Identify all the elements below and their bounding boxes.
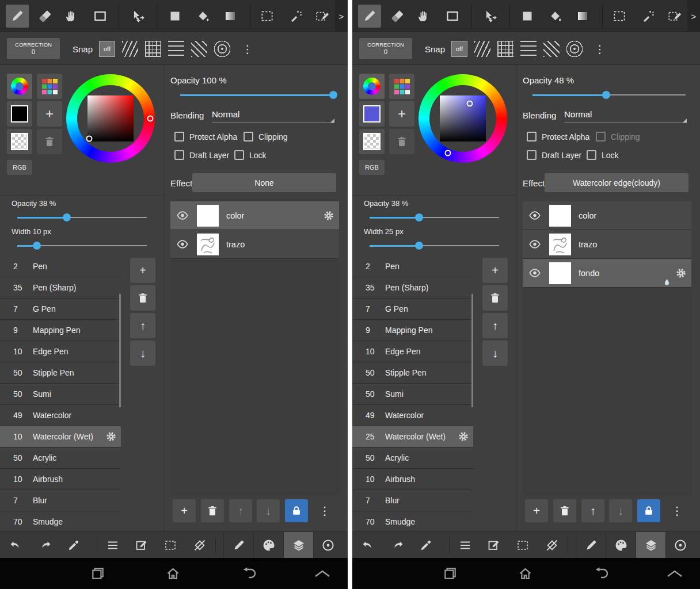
add-color-button[interactable]: + [389,101,414,127]
saturation-value-square[interactable] [88,95,134,141]
move-tool-button[interactable] [127,5,150,28]
fill-rect-tool-button[interactable] [516,5,539,28]
brush-row[interactable]: 35 Pen (Sharp) [0,277,121,299]
brush-width-slider[interactable] [17,242,147,250]
draft-layer-checkbox[interactable]: Draft Layer [174,150,229,160]
palette-mode-button[interactable] [389,74,414,99]
hue-indicator-dot[interactable] [444,150,451,156]
rectangle-tool-button[interactable] [89,5,112,28]
rgb-button[interactable]: RGB [7,160,32,175]
current-color-swatch[interactable] [359,101,385,127]
layer-row[interactable]: fondo [523,259,691,288]
hide-keyboard-button[interactable] [313,564,332,583]
layers-panel-tab[interactable] [636,532,665,559]
move-layer-down-button[interactable]: ↓ [257,499,280,522]
options-circle-button[interactable] [320,537,336,553]
brush-row[interactable]: 49 Watercolor [352,405,473,426]
lock-layer-button[interactable] [285,499,308,522]
brush-row[interactable]: 7 Blur [0,490,121,511]
color-wheel-mode-button[interactable] [7,74,32,99]
select-pen-tool-button[interactable] [663,5,686,28]
effect-button[interactable]: Watercolor edge(cloudy) [545,173,688,192]
snap-diagonal-icon[interactable] [543,41,560,57]
brush-settings-gear-icon[interactable] [106,431,116,442]
brush-row[interactable]: 50 Sumi [352,384,473,405]
options-circle-button[interactable] [672,537,688,553]
clipping-checkbox[interactable]: Clipping [596,132,640,141]
color-wheel-mode-button[interactable] [359,74,385,99]
hsv-color-wheel[interactable] [66,74,155,163]
layer-row[interactable]: color [170,201,339,230]
snap-overflow-menu-icon[interactable]: ⋮ [242,41,253,57]
brush-row[interactable]: 70 Smudge [0,511,121,530]
brush-row[interactable]: 70 Smudge [352,511,473,530]
back-button[interactable] [591,564,611,583]
undo-button[interactable] [360,537,376,553]
brush-row[interactable]: 7 G Pen [0,299,121,320]
select-tool-button[interactable] [608,5,631,28]
home-button[interactable] [515,564,535,583]
layer-opacity-slider[interactable] [180,91,333,99]
slider-thumb[interactable] [415,213,423,221]
transparent-color-swatch[interactable] [359,129,385,154]
brush-row[interactable]: 9 Mapping Pen [352,320,473,341]
redo-button[interactable] [37,537,53,553]
brush-opacity-slider[interactable] [17,213,147,221]
color-panel-tab[interactable] [254,532,284,559]
saturation-value-square[interactable] [440,95,486,141]
snap-grid-icon[interactable] [145,41,161,57]
bucket-tool-button[interactable] [543,5,566,28]
menu-button[interactable] [457,537,473,553]
layer-visibility-eye-icon[interactable] [170,240,195,248]
brush-row[interactable]: 2 Pen [352,256,473,277]
brush-row[interactable]: 35 Pen (Sharp) [352,277,473,299]
slider-thumb[interactable] [63,213,71,221]
redo-button[interactable] [389,537,405,553]
brush-row[interactable]: 10 Airbrush [0,469,121,490]
hide-keyboard-button[interactable] [665,564,684,583]
brush-row[interactable]: 49 Watercolor [0,405,121,426]
rectangle-tool-button[interactable] [441,5,464,28]
move-brush-down-button[interactable]: ↓ [130,341,155,366]
delete-layer-button[interactable] [553,499,576,522]
lock-checkbox[interactable]: Lock [587,150,619,160]
brush-row[interactable]: 50 Stipple Pen [0,362,121,384]
layer-settings-gear-icon[interactable] [676,268,686,278]
brush-row[interactable]: 50 Stipple Pen [352,362,473,384]
brush-row[interactable]: 25 Watercolor (Wet) [352,426,473,448]
hsv-color-wheel[interactable] [419,74,507,163]
layer-visibility-eye-icon[interactable] [523,240,547,248]
lock-checkbox[interactable]: Lock [234,150,267,160]
delete-layer-button[interactable] [201,499,224,522]
selection-button[interactable] [162,537,178,553]
brush-row[interactable]: 2 Pen [0,256,121,277]
slider-thumb[interactable] [602,91,610,99]
toolbar-expand-button[interactable]: > [335,0,348,32]
magic-wand-tool-button[interactable] [637,5,660,28]
move-layer-up-button[interactable]: ↑ [229,499,252,522]
hand-tool-button[interactable] [412,5,435,28]
sv-indicator-dot[interactable] [86,136,93,142]
blending-dropdown[interactable]: Normal [564,106,687,123]
brush-panel-tab[interactable] [224,532,254,559]
brush-row[interactable]: 10 Edge Pen [352,341,473,362]
add-brush-button[interactable]: + [130,258,155,283]
layer-overflow-menu-icon[interactable]: ⋮ [665,499,688,522]
add-layer-button[interactable]: + [173,499,196,522]
draft-layer-checkbox[interactable]: Draft Layer [527,150,581,160]
toolbar-expand-button[interactable]: > [687,0,700,32]
snap-horizontal-icon[interactable] [168,41,184,57]
select-tool-button[interactable] [256,5,279,28]
rotate-canvas-button[interactable] [192,537,208,553]
brush-settings-gear-icon[interactable] [458,431,469,442]
snap-off-button[interactable]: off [451,41,467,57]
snap-grid-icon[interactable] [497,41,513,57]
magic-wand-tool-button[interactable] [284,5,307,28]
layers-panel-tab[interactable] [284,532,313,559]
layer-visibility-eye-icon[interactable] [523,211,547,220]
protect-alpha-checkbox[interactable]: Protect Alpha [174,132,237,141]
brush-row[interactable]: 7 G Pen [352,299,473,320]
pen-tool-button[interactable] [6,5,29,28]
move-layer-down-button[interactable]: ↓ [609,499,632,522]
eyedropper-button[interactable] [418,537,434,553]
